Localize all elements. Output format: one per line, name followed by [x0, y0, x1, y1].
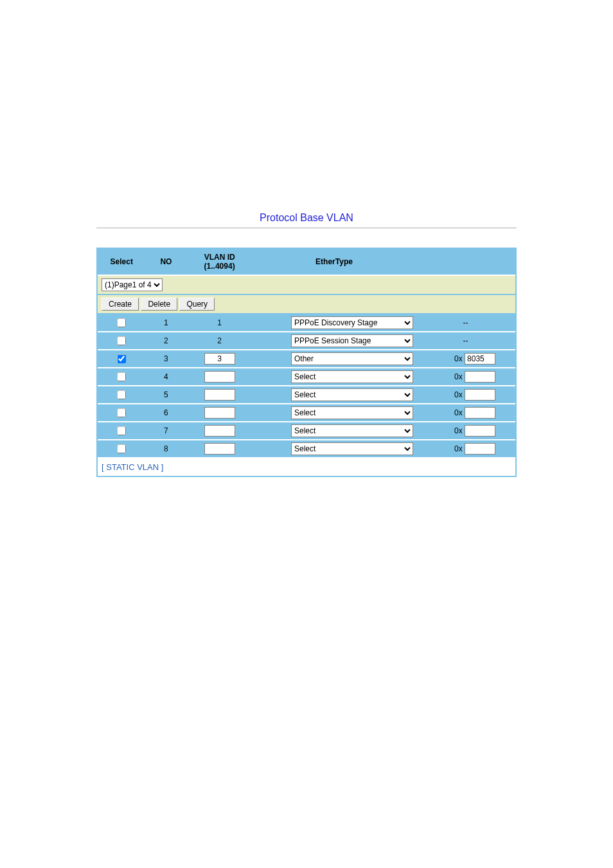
- hex-prefix: 0x: [454, 372, 463, 381]
- row-select-checkbox[interactable]: [117, 336, 126, 345]
- static-vlan-link[interactable]: STATIC VLAN: [106, 462, 159, 472]
- query-button[interactable]: Query: [179, 298, 215, 311]
- hex-value-input[interactable]: [465, 443, 495, 455]
- hex-prefix: 0x: [454, 444, 463, 453]
- row-select-checkbox[interactable]: [117, 408, 126, 417]
- footer-bracket-close: ]: [159, 462, 163, 472]
- col-select: Select: [98, 249, 146, 275]
- row-select-checkbox[interactable]: [117, 354, 126, 363]
- table-row: 22SelectPPPoE Discovery StagePPPoE Sessi…: [98, 332, 515, 350]
- table-row: 11SelectPPPoE Discovery StagePPPoE Sessi…: [98, 314, 515, 332]
- ethertype-select[interactable]: SelectPPPoE Discovery StagePPPoE Session…: [291, 316, 413, 329]
- ethertype-select[interactable]: SelectPPPoE Discovery StagePPPoE Session…: [291, 334, 413, 347]
- hex-value-input[interactable]: [465, 389, 495, 401]
- vlan-id-input[interactable]: [204, 425, 235, 437]
- hex-value: --: [416, 314, 515, 332]
- hex-value-input[interactable]: [465, 425, 495, 437]
- col-hex: [416, 249, 515, 275]
- row-no: 1: [146, 314, 187, 332]
- ethertype-select[interactable]: SelectPPPoE Discovery StagePPPoE Session…: [291, 370, 413, 383]
- hex-value: --: [416, 332, 515, 350]
- ethertype-select[interactable]: SelectPPPoE Discovery StagePPPoE Session…: [291, 388, 413, 401]
- row-select-checkbox[interactable]: [117, 318, 126, 327]
- ethertype-select[interactable]: SelectPPPoE Discovery StagePPPoE Session…: [291, 442, 413, 455]
- table-row: 7SelectPPPoE Discovery StagePPPoE Sessio…: [98, 422, 515, 440]
- ethertype-select[interactable]: SelectPPPoE Discovery StagePPPoE Session…: [291, 406, 413, 419]
- page-selector[interactable]: (1)Page1 of 4: [102, 278, 163, 291]
- vlan-id-value: 2: [186, 332, 253, 350]
- hex-prefix: 0x: [454, 408, 463, 417]
- title-separator: [96, 228, 517, 228]
- row-no: 7: [146, 422, 187, 440]
- row-no: 6: [146, 404, 187, 422]
- row-select-checkbox[interactable]: [117, 426, 126, 435]
- col-ether: EtherType: [253, 249, 416, 275]
- delete-button[interactable]: Delete: [141, 298, 177, 311]
- create-button[interactable]: Create: [102, 298, 139, 311]
- row-select-checkbox[interactable]: [117, 372, 126, 381]
- table-row: 6SelectPPPoE Discovery StagePPPoE Sessio…: [98, 404, 515, 422]
- row-select-checkbox[interactable]: [117, 390, 126, 399]
- vlan-id-input[interactable]: [204, 389, 235, 401]
- page-title: Protocol Base VLAN: [0, 212, 613, 224]
- hex-prefix: 0x: [454, 354, 463, 363]
- hex-value-input[interactable]: [465, 407, 495, 419]
- vlan-id-value: 1: [186, 314, 253, 332]
- vlan-id-input[interactable]: [204, 407, 235, 419]
- ethertype-select[interactable]: SelectPPPoE Discovery StagePPPoE Session…: [291, 352, 413, 365]
- protocol-vlan-panel: (1)Page1 of 4 Create Delete Query Select…: [96, 248, 517, 477]
- table-row: 5SelectPPPoE Discovery StagePPPoE Sessio…: [98, 386, 515, 404]
- row-no: 5: [146, 386, 187, 404]
- row-no: 4: [146, 368, 187, 386]
- hex-value-input[interactable]: [465, 371, 495, 383]
- ethertype-select[interactable]: SelectPPPoE Discovery StagePPPoE Session…: [291, 424, 413, 437]
- col-no: NO: [146, 249, 187, 275]
- hex-prefix: 0x: [454, 426, 463, 435]
- hex-value-input[interactable]: [465, 353, 495, 365]
- row-select-checkbox[interactable]: [117, 444, 126, 453]
- table-row: 3SelectPPPoE Discovery StagePPPoE Sessio…: [98, 350, 515, 368]
- col-vlan: VLAN ID (1..4094): [186, 249, 253, 275]
- vlan-id-input[interactable]: [204, 371, 235, 383]
- vlan-id-input[interactable]: [204, 443, 235, 455]
- hex-prefix: 0x: [454, 390, 463, 399]
- table-row: 4SelectPPPoE Discovery StagePPPoE Sessio…: [98, 368, 515, 386]
- vlan-id-input[interactable]: [204, 353, 235, 365]
- row-no: 3: [146, 350, 187, 368]
- table-row: 8SelectPPPoE Discovery StagePPPoE Sessio…: [98, 440, 515, 458]
- row-no: 8: [146, 440, 187, 458]
- row-no: 2: [146, 332, 187, 350]
